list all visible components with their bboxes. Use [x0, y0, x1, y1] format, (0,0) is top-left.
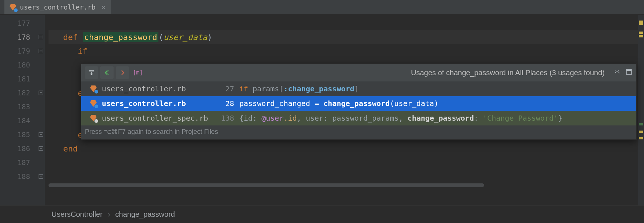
paren-open: (: [158, 33, 163, 42]
marker[interactable]: [639, 137, 643, 139]
usage-row-2[interactable]: users_controller_spec.rb 138 {id: @user.…: [81, 111, 636, 125]
line-number[interactable]: 178: [0, 30, 37, 44]
marker[interactable]: [639, 32, 643, 34]
usage-snippet: {id: @user.id, user: password_params, ch…: [239, 114, 562, 123]
usage-filename: users_controller_spec.rb: [102, 114, 212, 123]
fold-toggle[interactable]: −: [37, 142, 45, 156]
code-line-177[interactable]: [49, 16, 638, 30]
keyword-end: end: [63, 144, 78, 153]
line-number[interactable]: 184: [0, 114, 37, 128]
ruby-file-icon: [10, 4, 16, 11]
marker[interactable]: [639, 131, 643, 133]
usage-line: 28: [217, 99, 234, 108]
popup-toolbar: [m] Usages of change_password in All Pla…: [81, 64, 636, 81]
usage-filename: users_controller.rb: [102, 84, 212, 93]
code-line-187[interactable]: [49, 156, 638, 169]
fold-toggle[interactable]: −: [37, 128, 45, 142]
popup-hint: Press ⌥⌘F7 again to search in Project Fi…: [81, 125, 636, 139]
tab-label: users_controller.rb: [20, 3, 96, 11]
line-number[interactable]: 179: [0, 44, 37, 58]
settings-icon[interactable]: [613, 68, 621, 77]
svg-rect-1: [626, 69, 632, 71]
editor-area: 177178179180181182183184185186187188 −−−…: [0, 15, 644, 205]
pin-icon[interactable]: [625, 68, 633, 77]
code-line-188[interactable]: [49, 169, 638, 183]
scope-badge[interactable]: [m]: [131, 66, 144, 79]
breadcrumb: UsersController › change_password: [0, 205, 644, 223]
open-find-tool-window-button[interactable]: [85, 66, 98, 79]
marker-strip[interactable]: [638, 15, 644, 205]
line-gutter: 177178179180181182183184185186187188: [0, 15, 37, 205]
fold-column: −−−−−−: [37, 15, 45, 205]
usage-filename: users_controller.rb: [102, 99, 212, 108]
line-number[interactable]: 181: [0, 72, 37, 86]
usage-line: 138: [217, 114, 234, 123]
keyword-def: def: [63, 33, 78, 42]
line-number[interactable]: 182: [0, 86, 37, 100]
function-name[interactable]: change_password: [83, 32, 159, 42]
usages-popup: [m] Usages of change_password in All Pla…: [81, 63, 637, 140]
fold-toggle[interactable]: −: [37, 86, 45, 100]
tab-bar: users_controller.rb ×: [0, 0, 644, 15]
fold-toggle[interactable]: [37, 16, 45, 30]
line-number[interactable]: 187: [0, 156, 37, 169]
line-number[interactable]: 185: [0, 128, 37, 142]
fold-toggle[interactable]: [37, 100, 45, 114]
fold-toggle[interactable]: [37, 114, 45, 128]
next-occurrence-button[interactable]: [116, 66, 129, 79]
fold-toggle[interactable]: −: [37, 30, 45, 44]
code-line-179[interactable]: if: [49, 44, 638, 58]
marker[interactable]: [639, 123, 643, 125]
ruby-spec-file-icon: [90, 115, 97, 121]
usage-line: 27: [217, 84, 234, 93]
line-number[interactable]: 177: [0, 16, 37, 30]
horizontal-scrollbar[interactable]: [49, 183, 637, 188]
fold-toggle[interactable]: [37, 58, 45, 72]
inspection-marker[interactable]: [639, 21, 643, 25]
fold-toggle[interactable]: [37, 72, 45, 86]
line-number[interactable]: 186: [0, 142, 37, 156]
usage-row-0[interactable]: users_controller.rb 27 if params[:change…: [81, 81, 636, 96]
line-number[interactable]: 183: [0, 100, 37, 114]
code-line-178[interactable]: def change_password ( user_data ): [49, 30, 638, 44]
marker[interactable]: [639, 35, 643, 37]
usage-row-1[interactable]: users_controller.rb 28 password_changed …: [81, 96, 636, 111]
paren-close: ): [207, 33, 212, 42]
crumb-class[interactable]: UsersController: [51, 210, 103, 219]
fold-toggle[interactable]: −: [37, 44, 45, 58]
argument-user-data: user_data: [164, 33, 207, 42]
code-line-186[interactable]: end: [49, 142, 638, 156]
usage-snippet: password_changed = change_password(user_…: [239, 99, 439, 108]
popup-title: Usages of change_password in All Places …: [411, 69, 605, 77]
tab-users-controller[interactable]: users_controller.rb ×: [4, 0, 111, 14]
keyword-if: if: [78, 47, 87, 56]
close-tab-icon[interactable]: ×: [101, 3, 105, 11]
ruby-file-icon: [90, 100, 97, 107]
fold-toggle[interactable]: −: [37, 169, 45, 183]
ruby-file-icon: [90, 85, 97, 92]
line-number[interactable]: 180: [0, 58, 37, 72]
line-number[interactable]: 188: [0, 169, 37, 183]
prev-occurrence-button[interactable]: [100, 66, 114, 79]
chevron-right-icon: ›: [108, 210, 110, 219]
fold-toggle[interactable]: [37, 156, 45, 169]
scrollbar-thumb[interactable]: [49, 183, 484, 187]
crumb-method[interactable]: change_password: [115, 210, 175, 219]
usage-snippet: if params[:change_password]: [239, 84, 359, 93]
